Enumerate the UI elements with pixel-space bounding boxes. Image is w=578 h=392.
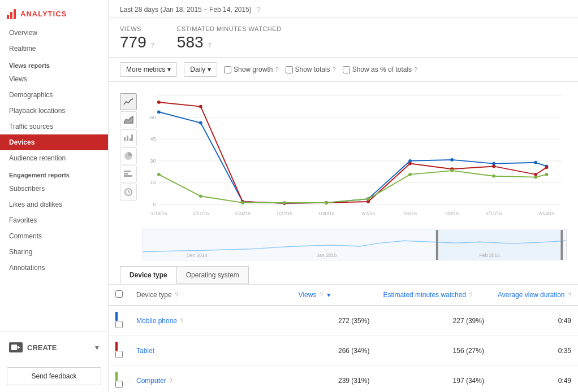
table-wrap: Device type ? Views ? ▼ Estimated minute…	[109, 285, 578, 392]
svg-text:15: 15	[150, 179, 156, 185]
mobile-phone-help-icon: ?	[180, 317, 183, 324]
select-all-checkbox[interactable]	[115, 290, 123, 298]
th-duration: Average view duration ?	[491, 285, 578, 306]
tab-operating-system[interactable]: Operating system	[176, 266, 249, 284]
sidebar-item-demographics[interactable]: Demographics	[0, 87, 108, 103]
tab-device-type[interactable]: Device type	[120, 266, 177, 284]
sidebar: ANALYTICS Overview Realtime Views report…	[0, 0, 109, 392]
minutes-value: 583	[177, 33, 204, 51]
sidebar-item-views[interactable]: Views	[0, 71, 108, 87]
computer-link[interactable]: Computer	[136, 377, 166, 385]
sidebar-section-engagement-reports: Engagement reports	[0, 166, 108, 181]
date-range-header: Last 28 days (Jan 18, 2015 – Feb 14, 201…	[109, 0, 578, 18]
minutes-help-icon: ?	[208, 42, 212, 49]
th-device-help-icon: ?	[175, 291, 178, 298]
svg-point-52	[492, 165, 495, 168]
hbar-chart-icon-btn[interactable]	[120, 165, 137, 182]
svg-point-45	[199, 105, 202, 108]
svg-point-33	[157, 110, 161, 114]
show-growth-checkbox[interactable]	[224, 66, 231, 73]
minutes-label: ESTIMATED MINUTES WATCHED	[177, 25, 282, 32]
row-2-minutes: 197 (34%)	[376, 366, 491, 393]
mobile-phone-link[interactable]: Mobile phone	[136, 317, 177, 325]
svg-point-50	[408, 162, 412, 165]
svg-text:1/24/15: 1/24/15	[235, 211, 251, 216]
bar-chart-icon-btn[interactable]	[120, 129, 137, 146]
svg-point-55	[157, 173, 161, 176]
svg-point-63	[492, 175, 495, 178]
show-growth-checkbox-label[interactable]: Show growth ?	[224, 66, 279, 73]
area-chart-icon-btn[interactable]	[120, 111, 137, 128]
th-duration-help-icon: ?	[568, 291, 571, 298]
mini-chart-svg: Dec 2014 Jan 2015 Feb 2015	[143, 229, 566, 260]
more-metrics-button[interactable]: More metrics ▾	[120, 62, 177, 77]
send-feedback-button[interactable]: Send feedback	[7, 367, 101, 385]
svg-text:1/27/15: 1/27/15	[277, 211, 293, 216]
svg-rect-3	[127, 136, 128, 141]
sidebar-item-subscribers[interactable]: Subscribers	[0, 181, 108, 197]
row-0-checkbox[interactable]	[115, 321, 123, 328]
svg-point-40	[450, 158, 454, 162]
th-views[interactable]: Views ? ▼	[292, 285, 377, 306]
controls-row: More metrics ▾ Daily ▾ Show growth ? Sho…	[109, 58, 578, 82]
chart-type-icons	[120, 88, 137, 260]
show-pct-checkbox-label[interactable]: Show as % of totals ?	[343, 66, 418, 73]
sort-arrow-icon: ▼	[326, 292, 331, 298]
th-views-help-icon: ?	[320, 291, 323, 298]
sidebar-item-comments[interactable]: Comments	[0, 228, 108, 244]
svg-text:60: 60	[150, 114, 156, 120]
sidebar-item-traffic-sources[interactable]: Traffic sources	[0, 119, 108, 134]
svg-marker-1	[18, 346, 20, 349]
th-minutes: Estimated minutes watched ?	[376, 285, 491, 306]
sidebar-item-favorites[interactable]: Favorites	[0, 212, 108, 228]
row-2-checkbox-cell	[109, 366, 130, 393]
dropdown-arrow-icon-2: ▾	[208, 66, 211, 73]
row-0-device: Mobile phone ?	[130, 306, 292, 336]
svg-rect-8	[124, 175, 132, 177]
svg-text:1/30/15: 1/30/15	[318, 211, 335, 216]
svg-point-42	[534, 161, 537, 164]
row-2-device: Computer ?	[130, 366, 292, 393]
computer-help-icon: ?	[169, 377, 172, 384]
sidebar-item-likes-dislikes[interactable]: Likes and dislikes	[0, 197, 108, 212]
svg-text:0: 0	[153, 201, 156, 207]
create-button[interactable]: CREATE ▾	[7, 337, 101, 358]
data-table: Device type ? Views ? ▼ Estimated minute…	[109, 285, 578, 392]
help-icon: ?	[257, 6, 261, 14]
sidebar-item-realtime[interactable]: Realtime	[0, 41, 108, 56]
row-0-duration: 0:49	[491, 306, 578, 336]
show-pct-checkbox[interactable]	[343, 66, 350, 73]
sidebar-item-audience-retention[interactable]: Audience retention	[0, 150, 108, 166]
sidebar-item-playback-locations[interactable]: Playback locations	[0, 103, 108, 119]
row-1-checkbox[interactable]	[115, 351, 123, 358]
analytics-logo-icon	[7, 8, 16, 19]
svg-point-65	[545, 173, 549, 176]
svg-rect-4	[130, 138, 131, 141]
tablet-link[interactable]: Tablet	[136, 347, 154, 355]
svg-rect-6	[124, 171, 131, 172]
row-2-checkbox[interactable]	[115, 381, 123, 388]
svg-text:1/21/15: 1/21/15	[192, 211, 209, 216]
clock-icon-btn[interactable]	[120, 184, 137, 201]
daily-button[interactable]: Daily ▾	[184, 62, 217, 77]
row-1-views: 266 (34%)	[292, 336, 377, 366]
svg-text:2/8/15: 2/8/15	[445, 211, 459, 216]
tabs-row: Device type Operating system	[109, 260, 578, 285]
sidebar-item-devices[interactable]: Devices	[0, 134, 108, 150]
pie-chart-icon-btn[interactable]	[120, 147, 137, 164]
svg-text:Jan 2015: Jan 2015	[317, 252, 337, 258]
sidebar-item-overview[interactable]: Overview	[0, 25, 108, 41]
svg-rect-0	[11, 345, 17, 350]
row-1-duration: 0:35	[491, 336, 578, 366]
sidebar-item-sharing[interactable]: Sharing	[0, 244, 108, 260]
row-1-checkbox-cell	[109, 336, 130, 366]
sidebar-item-annotations[interactable]: Annotations	[0, 260, 108, 276]
line-chart-icon-btn[interactable]	[120, 93, 137, 110]
show-totals-checkbox[interactable]	[286, 66, 293, 73]
svg-rect-67	[560, 230, 563, 260]
svg-rect-5	[131, 134, 133, 141]
create-video-icon	[9, 342, 23, 352]
show-totals-checkbox-label[interactable]: Show totals ?	[286, 66, 336, 73]
mini-chart: Dec 2014 Jan 2015 Feb 2015	[143, 229, 567, 260]
svg-text:2/11/15: 2/11/15	[486, 211, 502, 216]
